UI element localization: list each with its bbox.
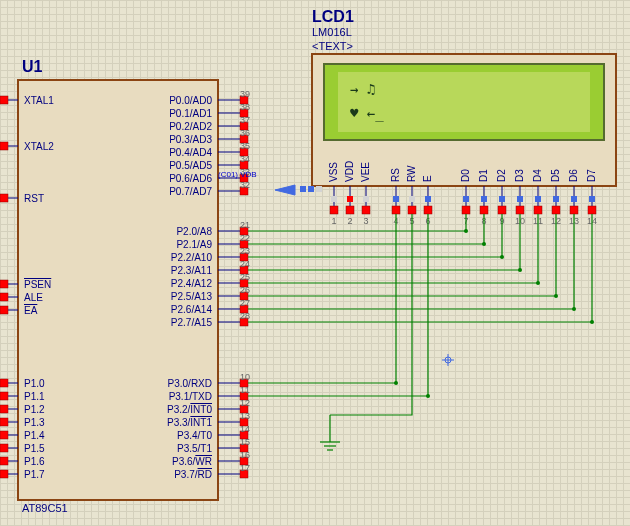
pin-label: P2.5/A13 bbox=[171, 291, 213, 302]
pin-label: P1.6 bbox=[24, 456, 45, 467]
pin-label: P3.2/INT0 bbox=[167, 404, 212, 415]
ground-symbol bbox=[320, 415, 340, 450]
wire-group bbox=[248, 214, 594, 415]
pin-pad[interactable] bbox=[0, 306, 8, 314]
lcd-pin-label: D3 bbox=[514, 169, 525, 182]
pin-pad[interactable] bbox=[0, 470, 8, 478]
pin-label: P1.5 bbox=[24, 443, 45, 454]
pin-number: 27 bbox=[240, 298, 250, 308]
schematic-canvas[interactable]: U1 AT89C51 XTAL1XTAL2RSTPSENALEEAP1.0P1.… bbox=[0, 0, 630, 526]
pin-label: P3.3/INT1 bbox=[167, 417, 212, 428]
pin-label: P3.6/WR bbox=[172, 456, 212, 467]
logic-indicator bbox=[589, 196, 595, 202]
lcd-pins: VSS1VDD2VEE3RS4RW5E6D07D18D29D310D411D51… bbox=[328, 161, 597, 226]
lcd-pin-pad[interactable] bbox=[588, 206, 596, 214]
pin-label: P2.3/A11 bbox=[171, 265, 213, 276]
junction bbox=[482, 242, 486, 246]
pin-label: P0.2/AD2 bbox=[169, 121, 212, 132]
pin-number: 35 bbox=[240, 141, 250, 151]
lcd-pin-pad[interactable] bbox=[346, 206, 354, 214]
lcd-pin-pad[interactable] bbox=[534, 206, 542, 214]
logic-indicator bbox=[499, 196, 505, 202]
junction bbox=[554, 294, 558, 298]
pin-label: P1.7 bbox=[24, 469, 45, 480]
pin-pad[interactable] bbox=[0, 96, 8, 104]
lcd-pin-pad[interactable] bbox=[462, 206, 470, 214]
pin-number: 37 bbox=[240, 115, 250, 125]
pin-pad[interactable] bbox=[0, 431, 8, 439]
logic-indicator bbox=[481, 196, 487, 202]
pin-label: P1.4 bbox=[24, 430, 45, 441]
pin-label: P0.0/AD0 bbox=[169, 95, 212, 106]
pin-label: RST bbox=[24, 193, 44, 204]
junction bbox=[464, 229, 468, 233]
pin-number: 22 bbox=[240, 233, 250, 243]
lcd-pin-pad[interactable] bbox=[516, 206, 524, 214]
pin-number: 28 bbox=[240, 311, 250, 321]
pin-label: P0.5/AD5 bbox=[169, 160, 212, 171]
pin-pad[interactable] bbox=[0, 392, 8, 400]
pin-number: 17 bbox=[240, 463, 250, 473]
logic-indicator bbox=[393, 196, 399, 202]
pin-number: 38 bbox=[240, 102, 250, 112]
pin-label: P2.1/A9 bbox=[176, 239, 212, 250]
lcd-pin-pad[interactable] bbox=[330, 206, 338, 214]
wire bbox=[248, 214, 556, 296]
logic-indicator bbox=[347, 196, 353, 202]
pin-label: P3.0/RXD bbox=[168, 378, 212, 389]
lcd-pin-pad[interactable] bbox=[408, 206, 416, 214]
origin-marker bbox=[442, 354, 454, 366]
pin-pad[interactable] bbox=[0, 379, 8, 387]
pin-number: 23 bbox=[240, 246, 250, 256]
pin-label: P3.7/RD bbox=[174, 469, 212, 480]
pin-pad[interactable] bbox=[0, 293, 8, 301]
lcd-pin-pad[interactable] bbox=[552, 206, 560, 214]
pin-number: 14 bbox=[240, 424, 250, 434]
pin-label: P3.4/T0 bbox=[177, 430, 212, 441]
pin-pad[interactable] bbox=[0, 194, 8, 202]
lcd-pin-label: D6 bbox=[568, 169, 579, 182]
pin-label: P1.3 bbox=[24, 417, 45, 428]
lcd-pin-label: D5 bbox=[550, 169, 561, 182]
lcd-pin-pad[interactable] bbox=[480, 206, 488, 214]
wire bbox=[248, 214, 396, 383]
u1-right-pins: 39P0.0/AD038P0.1/AD137P0.2/AD236P0.3/AD3… bbox=[167, 89, 250, 480]
logic-indicator bbox=[517, 196, 523, 202]
logic-indicator bbox=[535, 196, 541, 202]
lcd-pin-pad[interactable] bbox=[570, 206, 578, 214]
junction bbox=[426, 394, 430, 398]
lcd-pin-label: D0 bbox=[460, 169, 471, 182]
logic-indicator bbox=[316, 186, 322, 192]
lcd-pin-pad[interactable] bbox=[498, 206, 506, 214]
pin-pad[interactable] bbox=[0, 418, 8, 426]
lcd-pin-label: VSS bbox=[328, 162, 339, 182]
pin-number: 12 bbox=[240, 398, 250, 408]
lcd-pin-pad[interactable] bbox=[392, 206, 400, 214]
wire bbox=[248, 214, 466, 231]
pin-number: 15 bbox=[240, 437, 250, 447]
pin-pad[interactable] bbox=[0, 457, 8, 465]
pin-number: 21 bbox=[240, 220, 250, 230]
pin-pad[interactable] bbox=[0, 444, 8, 452]
pin-label: P0.1/AD1 bbox=[169, 108, 212, 119]
pin-label: P2.7/A15 bbox=[171, 317, 213, 328]
lcd-pin-number: 3 bbox=[363, 216, 368, 226]
pin-number: 25 bbox=[240, 272, 250, 282]
junction bbox=[518, 268, 522, 272]
junction bbox=[536, 281, 540, 285]
pin-pad[interactable] bbox=[0, 405, 8, 413]
chip-ref: U1 bbox=[22, 58, 43, 75]
pin-pad[interactable] bbox=[0, 280, 8, 288]
pin-label: P1.0 bbox=[24, 378, 45, 389]
pin-number: 34 bbox=[240, 154, 250, 164]
pin-pad[interactable] bbox=[0, 142, 8, 150]
lcd-pin-pad[interactable] bbox=[362, 206, 370, 214]
junction bbox=[590, 320, 594, 324]
logic-indicator bbox=[463, 196, 469, 202]
pin-number: 13 bbox=[240, 411, 250, 421]
lcd-pin-pad[interactable] bbox=[424, 206, 432, 214]
lcd-pin-label: D1 bbox=[478, 169, 489, 182]
pin-label: ALE bbox=[24, 292, 43, 303]
logic-indicator bbox=[553, 196, 559, 202]
pin-label: P1.1 bbox=[24, 391, 45, 402]
